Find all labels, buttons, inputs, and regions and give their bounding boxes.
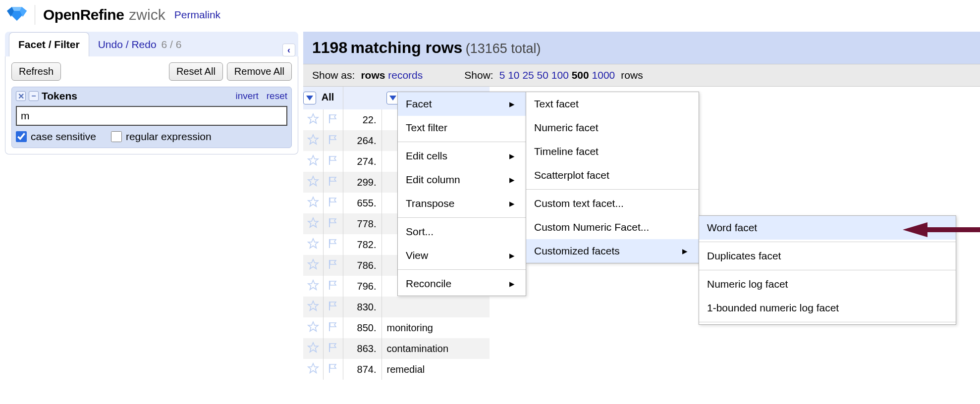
facet-minimize-button[interactable]: −	[29, 91, 39, 101]
brand-name: OpenRefine	[43, 6, 124, 23]
show-as-records[interactable]: records	[388, 69, 423, 81]
row-token-cell[interactable]	[381, 297, 490, 317]
menu-item[interactable]: Custom text facet...	[526, 192, 699, 215]
tab-undo-redo-label: Undo / Redo	[98, 39, 157, 50]
facet-close-button[interactable]: ✕	[16, 91, 26, 101]
star-toggle[interactable]	[307, 345, 319, 355]
all-column-menu-button[interactable]	[303, 92, 316, 104]
flag-toggle[interactable]	[327, 282, 339, 293]
menu-item[interactable]: Duplicates facet	[699, 244, 956, 268]
facet-reset-link[interactable]: reset	[267, 91, 287, 101]
flag-toggle[interactable]	[327, 199, 339, 210]
total-label: total	[511, 41, 536, 56]
star-toggle[interactable]	[307, 220, 319, 231]
facet-invert-link[interactable]: invert	[235, 91, 258, 101]
flag-toggle[interactable]	[327, 261, 339, 272]
menu-item[interactable]: Edit column▸	[398, 168, 526, 192]
page-size-1000[interactable]: 1000	[592, 69, 615, 81]
flag-toggle[interactable]	[327, 137, 339, 148]
regex-input[interactable]	[111, 131, 122, 142]
regex-checkbox[interactable]: regular expression	[111, 131, 212, 143]
menu-item[interactable]: Text filter	[398, 116, 526, 140]
row-index: 778.	[343, 213, 381, 234]
star-toggle[interactable]	[307, 241, 319, 252]
case-sensitive-input[interactable]	[16, 131, 27, 142]
flag-toggle[interactable]	[327, 178, 339, 189]
menu-item-label: Timeline facet	[534, 146, 599, 157]
page-size-100[interactable]: 100	[551, 69, 569, 81]
menu-item[interactable]: Facet▸	[398, 92, 526, 116]
menu-item[interactable]: View▸	[398, 244, 526, 267]
star-toggle[interactable]	[307, 178, 319, 189]
star-toggle[interactable]	[307, 324, 319, 335]
flag-icon	[327, 303, 339, 314]
star-icon	[307, 324, 319, 335]
flag-icon	[327, 241, 339, 252]
row-token-cell[interactable]: monitoring	[381, 317, 490, 338]
star-icon	[307, 365, 319, 376]
facet-filter-input[interactable]	[16, 106, 287, 126]
case-sensitive-checkbox[interactable]: case sensitive	[16, 131, 96, 143]
flag-toggle[interactable]	[327, 157, 339, 168]
star-toggle[interactable]	[307, 157, 319, 168]
row-token-cell[interactable]: contamination	[381, 338, 490, 359]
page-size-25[interactable]: 25	[522, 69, 534, 81]
svg-marker-8	[308, 135, 318, 144]
matching-label: matching rows	[351, 39, 463, 56]
row-token-cell[interactable]: remedial	[381, 359, 490, 380]
flag-toggle[interactable]	[327, 116, 339, 127]
refresh-button[interactable]: Refresh	[11, 62, 61, 81]
flag-toggle[interactable]	[327, 220, 339, 231]
page-size-500[interactable]: 500	[572, 69, 589, 81]
menu-item[interactable]: Sort...	[398, 220, 526, 244]
tab-facet-filter[interactable]: Facet / Filter	[9, 32, 89, 56]
tab-undo-redo[interactable]: Undo / Redo 6 / 6	[89, 33, 191, 56]
menu-item[interactable]: 1-bounded numeric log facet	[699, 296, 956, 320]
menu-item-label: Edit cells	[406, 150, 447, 162]
menu-separator	[699, 322, 956, 322]
page-size-50[interactable]: 50	[537, 69, 548, 81]
reset-all-button[interactable]: Reset All	[169, 62, 223, 81]
star-toggle[interactable]	[307, 282, 319, 293]
menu-item[interactable]: Custom Numeric Facet...	[526, 215, 699, 239]
flag-icon	[327, 199, 339, 210]
star-toggle[interactable]	[307, 261, 319, 272]
star-toggle[interactable]	[307, 365, 319, 376]
menu-item[interactable]: Numeric log facet	[699, 272, 956, 296]
star-toggle[interactable]	[307, 303, 319, 314]
menu-item[interactable]: Edit cells▸	[398, 144, 526, 168]
menu-item[interactable]: Scatterplot facet	[526, 163, 699, 187]
collapse-left-panel-button[interactable]: ‹	[282, 44, 295, 56]
flag-toggle[interactable]	[327, 303, 339, 314]
menu-separator	[699, 242, 956, 242]
flag-toggle[interactable]	[327, 365, 339, 376]
svg-marker-10	[308, 155, 318, 165]
flag-toggle[interactable]	[327, 345, 339, 355]
app-header: OpenRefine zwick Permalink	[0, 0, 980, 32]
row-index: 274.	[343, 151, 381, 172]
star-icon	[307, 303, 319, 314]
star-toggle[interactable]	[307, 116, 319, 127]
star-toggle[interactable]	[307, 137, 319, 148]
page-size-5[interactable]: 5	[499, 69, 505, 81]
page-size-10[interactable]: 10	[508, 69, 519, 81]
menu-item[interactable]: Numeric facet	[526, 116, 699, 140]
flag-icon	[327, 178, 339, 189]
text-filter-facet: ✕ − Tokens invert reset	[11, 87, 292, 148]
menu-item[interactable]: Customized facets▸	[526, 239, 699, 263]
star-icon	[307, 199, 319, 210]
row-index: 796.	[343, 276, 381, 297]
menu-item[interactable]: Transpose▸	[398, 192, 526, 215]
row-index: 782.	[343, 234, 381, 255]
menu-item[interactable]: Text facet	[526, 92, 699, 116]
show-as-rows[interactable]: rows	[361, 69, 385, 81]
flag-toggle[interactable]	[327, 324, 339, 335]
flag-icon	[327, 324, 339, 335]
menu-item[interactable]: Reconcile▸	[398, 272, 526, 296]
flag-toggle[interactable]	[327, 241, 339, 252]
permalink-link[interactable]: Permalink	[174, 9, 220, 21]
show-as-label: Show as:	[312, 69, 355, 81]
menu-item[interactable]: Timeline facet	[526, 140, 699, 163]
star-toggle[interactable]	[307, 199, 319, 210]
remove-all-button[interactable]: Remove All	[227, 62, 292, 81]
